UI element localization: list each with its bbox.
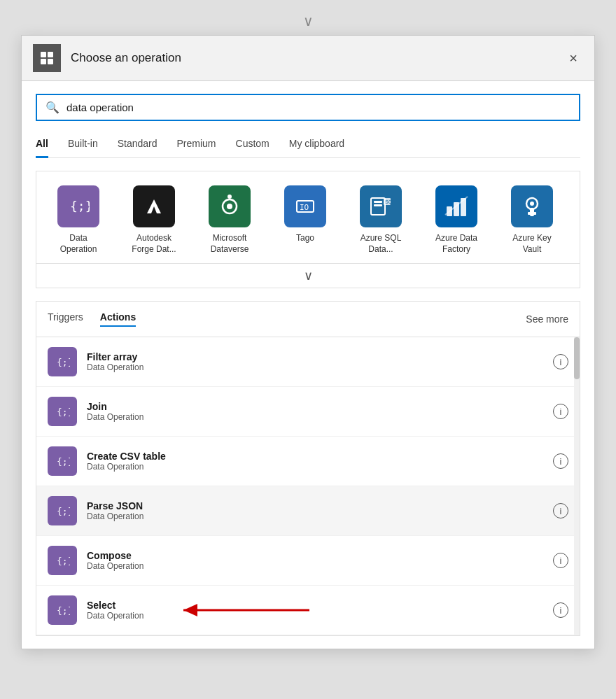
- category-tabs: All Built-in Standard Premium Custom My …: [36, 134, 580, 158]
- action-tabs: Triggers Actions: [48, 311, 526, 327]
- svg-point-20: [530, 202, 534, 206]
- see-more-link[interactable]: See more: [526, 313, 568, 325]
- connector-icon-autodesk: [133, 185, 175, 227]
- action-icon-compose: {;}: [48, 546, 77, 575]
- actions-section: Triggers Actions See more {;}: [36, 301, 580, 636]
- action-icon-select: {;}: [48, 595, 77, 625]
- svg-text:{;}: {;}: [57, 456, 70, 467]
- connector-dataverse[interactable]: MicrosoftDataverse: [199, 185, 260, 255]
- action-name-create-csv: Create CSV table: [87, 451, 543, 462]
- action-list-wrapper: {;} Filter array Data Operation i: [36, 337, 580, 635]
- action-text-join: Join Data Operation: [87, 401, 543, 422]
- connector-azure-sql[interactable]: SQL Azure SQLData...: [350, 185, 412, 255]
- action-parse-json[interactable]: {;} Parse JSON Data Operation i: [36, 486, 580, 536]
- svg-rect-22: [528, 212, 536, 215]
- tab-premium[interactable]: Premium: [177, 134, 216, 158]
- scrollbar-thumb[interactable]: [574, 337, 580, 379]
- info-icon-compose[interactable]: i: [553, 553, 568, 568]
- action-icon-filter-array: {;}: [48, 347, 77, 376]
- collapse-bar[interactable]: ∨: [36, 264, 580, 288]
- svg-text:{;}: {;}: [57, 506, 70, 516]
- action-source-create-csv: Data Operation: [87, 462, 543, 472]
- connector-label-azure-factory: Azure DataFactory: [435, 233, 477, 255]
- action-join[interactable]: {;} Join Data Operation i: [36, 387, 580, 437]
- close-button[interactable]: ×: [564, 48, 583, 69]
- info-icon-create-csv[interactable]: i: [553, 453, 568, 469]
- svg-text:{;}: {;}: [57, 556, 70, 566]
- search-input[interactable]: [66, 101, 570, 113]
- svg-rect-0: [41, 52, 46, 57]
- tab-actions[interactable]: Actions: [100, 311, 136, 327]
- info-icon-filter-array[interactable]: i: [553, 354, 568, 369]
- svg-point-7: [227, 204, 232, 209]
- svg-marker-5: [147, 199, 161, 213]
- connector-label-azure-keyvault: Azure KeyVault: [512, 233, 551, 255]
- svg-rect-1: [48, 52, 53, 57]
- search-icon: 🔍: [46, 101, 59, 114]
- info-icon-parse-json[interactable]: i: [553, 503, 568, 518]
- action-source-parse-json: Data Operation: [87, 511, 543, 521]
- action-list: {;} Filter array Data Operation i: [36, 337, 580, 635]
- svg-text:{;}: {;}: [57, 605, 70, 616]
- tab-clipboard[interactable]: My clipboard: [289, 134, 344, 158]
- choose-operation-dialog: Choose an operation × 🔍 All Built-in Sta…: [21, 35, 595, 649]
- actions-header: Triggers Actions See more: [36, 302, 580, 337]
- svg-rect-3: [48, 59, 53, 64]
- connector-icon-dataverse: [209, 185, 251, 227]
- scrollbar-track[interactable]: [574, 337, 580, 635]
- red-arrow-annotation: [162, 600, 316, 621]
- action-source-filter-array: Data Operation: [87, 362, 543, 372]
- action-name-filter-array: Filter array: [87, 351, 543, 362]
- action-icon-parse-json: {;}: [48, 496, 77, 525]
- action-filter-array[interactable]: {;} Filter array Data Operation i: [36, 337, 580, 387]
- action-text-filter-array: Filter array Data Operation: [87, 351, 543, 372]
- tab-triggers[interactable]: Triggers: [48, 311, 83, 327]
- info-icon-select[interactable]: i: [553, 602, 568, 618]
- tab-standard[interactable]: Standard: [118, 134, 158, 158]
- svg-text:{;}: {;}: [57, 407, 70, 417]
- dialog-body: 🔍 All Built-in Standard Premium Custom M…: [22, 81, 594, 649]
- dialog-title: Choose an operation: [71, 51, 554, 65]
- action-text-create-csv: Create CSV table Data Operation: [87, 451, 543, 472]
- action-source-join: Data Operation: [87, 412, 543, 422]
- tab-custom[interactable]: Custom: [236, 134, 270, 158]
- info-icon-join[interactable]: i: [553, 404, 568, 419]
- svg-rect-2: [41, 59, 46, 64]
- connector-data-operation[interactable]: {;} DataOperation: [48, 185, 109, 255]
- svg-rect-13: [374, 204, 382, 206]
- action-select[interactable]: {;} Select Data Operation: [36, 586, 580, 635]
- connector-autodesk[interactable]: AutodeskForge Dat...: [123, 185, 185, 255]
- action-name-join: Join: [87, 401, 543, 412]
- connector-azure-keyvault[interactable]: Azure KeyVault: [501, 185, 563, 255]
- svg-rect-12: [374, 201, 382, 203]
- chevron-down-icon: ∨: [303, 13, 314, 29]
- connector-label-data-operation: DataOperation: [60, 233, 97, 255]
- action-text-parse-json: Parse JSON Data Operation: [87, 500, 543, 521]
- action-icon-create-csv: {;}: [48, 446, 77, 476]
- action-name-compose: Compose: [87, 550, 543, 561]
- collapse-icon: ∨: [304, 268, 313, 283]
- svg-point-8: [227, 195, 232, 199]
- action-source-compose: Data Operation: [87, 561, 543, 571]
- svg-marker-30: [183, 604, 197, 616]
- dialog-header-icon: [33, 44, 61, 72]
- connector-label-tago: Tago: [296, 233, 314, 244]
- dialog-header: Choose an operation ×: [22, 36, 594, 81]
- action-compose[interactable]: {;} Compose Data Operation i: [36, 536, 580, 586]
- connector-icon-azure-keyvault: [511, 185, 553, 227]
- connector-azure-factory[interactable]: Azure DataFactory: [426, 185, 487, 255]
- svg-text:{;}: {;}: [70, 199, 90, 213]
- connector-icon-azure-sql: SQL: [360, 185, 402, 227]
- tab-builtin[interactable]: Built-in: [68, 134, 98, 158]
- svg-text:SQL: SQL: [385, 199, 393, 205]
- tab-all[interactable]: All: [36, 134, 48, 158]
- svg-text:{;}: {;}: [57, 357, 70, 367]
- connector-label-autodesk: AutodeskForge Dat...: [132, 233, 176, 255]
- connectors-grid: {;} DataOperation AutodeskForge Dat...: [36, 171, 580, 264]
- action-name-parse-json: Parse JSON: [87, 500, 543, 511]
- connector-icon-data-operation: {;}: [57, 185, 99, 227]
- action-create-csv[interactable]: {;} Create CSV table Data Operation i: [36, 437, 580, 486]
- svg-text:IO: IO: [300, 203, 309, 212]
- connector-icon-tago: IO: [284, 185, 326, 227]
- connector-tago[interactable]: IO Tago: [274, 185, 336, 255]
